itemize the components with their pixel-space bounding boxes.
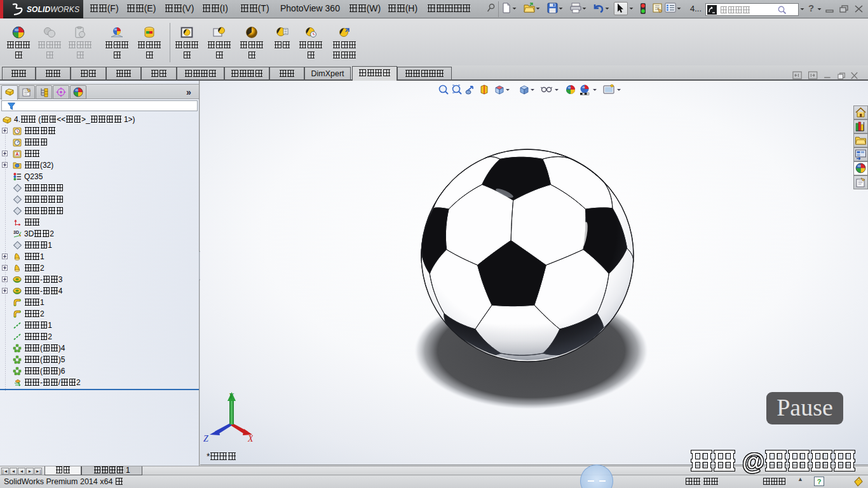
svg-text:A: A <box>15 152 18 156</box>
svg-text:X: X <box>247 434 253 442</box>
svg-text:Z: Z <box>203 434 208 442</box>
svg-text:3D: 3D <box>13 230 19 234</box>
